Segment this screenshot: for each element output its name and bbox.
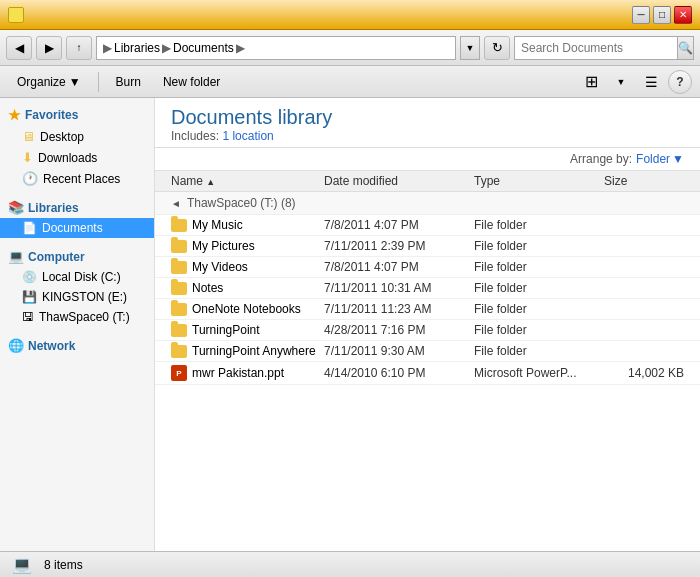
file-name: Notes xyxy=(171,281,324,295)
sort-arrow-icon: ▲ xyxy=(206,177,215,187)
local-disk-icon: 💿 xyxy=(22,270,37,284)
path-documents[interactable]: Documents xyxy=(173,41,234,55)
sidebar-item-local-disk[interactable]: 💿 Local Disk (C:) xyxy=(0,267,154,287)
thawspace-icon: 🖫 xyxy=(22,310,34,324)
file-name-text: OneNote Notebooks xyxy=(192,302,301,316)
file-type: File folder xyxy=(474,281,604,295)
sidebar-item-kingston[interactable]: 💾 KINGSTON (E:) xyxy=(0,287,154,307)
minimize-button[interactable]: ─ xyxy=(632,6,650,24)
computer-section: 💻 Computer 💿 Local Disk (C:) 💾 KINGSTON … xyxy=(0,246,154,327)
col-date-header[interactable]: Date modified xyxy=(324,174,474,188)
path-separator-3: ▶ xyxy=(236,41,245,55)
maximize-button[interactable]: □ xyxy=(653,6,671,24)
arrange-by-dropdown[interactable]: Folder ▼ xyxy=(636,152,684,166)
search-box: 🔍 xyxy=(514,36,694,60)
arrange-by: Arrange by: Folder ▼ xyxy=(570,152,684,166)
content-area: Documents library Includes: 1 location A… xyxy=(155,98,700,551)
includes-prefix: Includes: xyxy=(171,129,222,143)
file-type: File folder xyxy=(474,218,604,232)
file-date: 7/11/2011 9:30 AM xyxy=(324,344,474,358)
group-collapse-icon[interactable]: ◄ xyxy=(171,198,181,209)
arrange-by-label: Arrange by: xyxy=(570,152,632,166)
file-item[interactable]: TurningPoint Anywhere 7/11/2011 9:30 AM … xyxy=(155,341,700,362)
favorites-label: Favorites xyxy=(25,108,78,122)
sidebar-item-recent-places[interactable]: 🕐 Recent Places xyxy=(0,168,154,189)
file-item[interactable]: My Videos 7/8/2011 4:07 PM File folder xyxy=(155,257,700,278)
favorites-icon: ★ xyxy=(8,107,21,123)
libraries-header[interactable]: 📚 Libraries xyxy=(0,197,154,218)
file-date: 7/11/2011 11:23 AM xyxy=(324,302,474,316)
folder-icon xyxy=(171,303,187,316)
refresh-button[interactable]: ↻ xyxy=(484,36,510,60)
folder-icon xyxy=(171,261,187,274)
title-bar-left xyxy=(8,7,24,23)
main-layout: ★ Favorites 🖥 Desktop ⬇ Downloads 🕐 Rece… xyxy=(0,98,700,551)
includes-link[interactable]: 1 location xyxy=(222,129,273,143)
library-subtitle: Includes: 1 location xyxy=(171,129,684,143)
network-section: 🌐 Network xyxy=(0,335,154,356)
path-separator: ▶ xyxy=(103,41,112,55)
search-button[interactable]: 🔍 xyxy=(677,37,693,59)
sidebar-item-documents[interactable]: 📄 Documents xyxy=(0,218,154,238)
file-name: OneNote Notebooks xyxy=(171,302,324,316)
organize-arrow: ▼ xyxy=(69,75,81,89)
file-date: 4/28/2011 7:16 PM xyxy=(324,323,474,337)
file-type: File folder xyxy=(474,260,604,274)
col-name-header[interactable]: Name ▲ xyxy=(171,174,324,188)
search-input[interactable] xyxy=(515,41,677,55)
sidebar-item-downloads[interactable]: ⬇ Downloads xyxy=(0,147,154,168)
forward-button[interactable]: ▶ xyxy=(36,36,62,60)
file-name: TurningPoint xyxy=(171,323,324,337)
help-button[interactable]: ? xyxy=(668,70,692,94)
path-separator-2: ▶ xyxy=(162,41,171,55)
file-item[interactable]: OneNote Notebooks 7/11/2011 11:23 AM Fil… xyxy=(155,299,700,320)
computer-icon: 💻 xyxy=(8,249,24,264)
downloads-label: Downloads xyxy=(38,151,97,165)
path-dropdown[interactable]: ▼ xyxy=(460,36,480,60)
view-details-button[interactable]: ☰ xyxy=(638,70,664,94)
title-bar: ─ □ ✕ xyxy=(0,0,700,30)
sidebar-item-desktop[interactable]: 🖥 Desktop xyxy=(0,126,154,147)
up-button[interactable]: ↑ xyxy=(66,36,92,60)
file-type: File folder xyxy=(474,302,604,316)
file-item[interactable]: My Pictures 7/11/2011 2:39 PM File folde… xyxy=(155,236,700,257)
computer-label: Computer xyxy=(28,250,85,264)
organize-button[interactable]: Organize ▼ xyxy=(8,70,90,94)
file-name: My Music xyxy=(171,218,324,232)
file-size: 14,002 KB xyxy=(604,366,684,380)
folder-icon xyxy=(171,345,187,358)
file-date: 7/11/2011 10:31 AM xyxy=(324,281,474,295)
arrange-arrow-icon: ▼ xyxy=(672,152,684,166)
thawspace-label: ThawSpace0 (T:) xyxy=(39,310,130,324)
status-computer-icon: 💻 xyxy=(12,555,32,574)
folder-icon xyxy=(171,219,187,232)
window-icon xyxy=(8,7,24,23)
file-item[interactable]: P mwr Pakistan.ppt 4/14/2010 6:10 PM Mic… xyxy=(155,362,700,385)
favorites-header[interactable]: ★ Favorites xyxy=(0,104,154,126)
sidebar-item-thawspace[interactable]: 🖫 ThawSpace0 (T:) xyxy=(0,307,154,327)
file-item[interactable]: My Music 7/8/2011 4:07 PM File folder xyxy=(155,215,700,236)
file-date: 7/8/2011 4:07 PM xyxy=(324,260,474,274)
file-type: File folder xyxy=(474,239,604,253)
file-name: TurningPoint Anywhere xyxy=(171,344,324,358)
col-size-header[interactable]: Size xyxy=(604,174,684,188)
burn-button[interactable]: Burn xyxy=(107,70,150,94)
path-libraries[interactable]: Libraries xyxy=(114,41,160,55)
new-folder-button[interactable]: New folder xyxy=(154,70,229,94)
recent-places-label: Recent Places xyxy=(43,172,120,186)
file-date: 7/11/2011 2:39 PM xyxy=(324,239,474,253)
view-dropdown-button[interactable]: ▼ xyxy=(608,70,634,94)
toolbar-right: ⊞ ▼ ☰ ? xyxy=(578,70,692,94)
view-icon-button[interactable]: ⊞ xyxy=(578,70,604,94)
address-path[interactable]: ▶ Libraries ▶ Documents ▶ xyxy=(96,36,456,60)
computer-header[interactable]: 💻 Computer xyxy=(0,246,154,267)
network-header[interactable]: 🌐 Network xyxy=(0,335,154,356)
back-button[interactable]: ◀ xyxy=(6,36,32,60)
organize-label: Organize xyxy=(17,75,66,89)
col-type-header[interactable]: Type xyxy=(474,174,604,188)
close-button[interactable]: ✕ xyxy=(674,6,692,24)
toolbar: Organize ▼ Burn New folder ⊞ ▼ ☰ ? xyxy=(0,66,700,98)
file-item[interactable]: Notes 7/11/2011 10:31 AM File folder xyxy=(155,278,700,299)
favorites-section: ★ Favorites 🖥 Desktop ⬇ Downloads 🕐 Rece… xyxy=(0,104,154,189)
file-item[interactable]: TurningPoint 4/28/2011 7:16 PM File fold… xyxy=(155,320,700,341)
